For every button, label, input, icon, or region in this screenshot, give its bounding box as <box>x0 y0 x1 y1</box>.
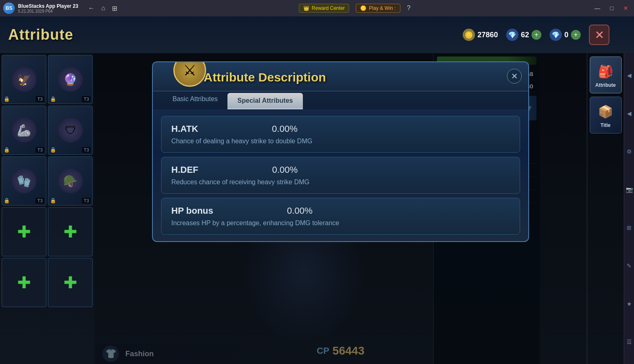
tier-badge-5: T3 <box>36 198 44 203</box>
attribute-sidebar-label: Attribute <box>595 82 616 88</box>
strip-icon-6[interactable]: ✎ <box>627 262 632 269</box>
tier-badge-6: T3 <box>82 198 91 203</box>
equip-slot-add-1[interactable]: ✚ <box>2 207 46 256</box>
strip-icon-3[interactable]: ⚙ <box>627 148 632 155</box>
add-equip-icon-3: ✚ <box>17 273 31 292</box>
bluestacks-logo: BS <box>3 2 15 14</box>
add-equip-icon-2: ✚ <box>64 222 77 241</box>
diamond-value: 62 <box>521 31 529 39</box>
attribute-description-modal: ⚔ Attribute Description ✕ Basic Attribut… <box>152 61 529 242</box>
tab-basic-attributes[interactable]: Basic Attributes <box>163 91 227 109</box>
attr-hatk-name: H.ATK <box>171 124 198 134</box>
currency-section: 🪙 27860 💎 62 + 💎 0 + ✕ <box>463 25 609 45</box>
coin-currency: 🪙 27860 <box>463 29 498 41</box>
strip-icon-4[interactable]: 📷 <box>626 186 633 193</box>
modal-close-button[interactable]: ✕ <box>507 69 522 84</box>
attr-hatk-value: 0.00% <box>272 124 298 134</box>
attribute-list: H.ATK 0.00% Chance of dealing a heavy st… <box>153 109 528 241</box>
minimize-button[interactable]: — <box>592 4 603 12</box>
attr-hdef-header: H.DEF 0.00% <box>171 165 510 175</box>
strip-icon-7[interactable]: ★ <box>627 301 632 307</box>
equip-slot-add-4[interactable]: ✚ <box>48 258 93 307</box>
item-icon-6: 🪖 <box>58 169 83 193</box>
equip-slot-add-2[interactable]: ✚ <box>48 207 93 256</box>
tier-badge-4: T3 <box>82 147 91 153</box>
strip-icon-2[interactable]: ◀ <box>627 110 632 117</box>
sidebar-item-attribute[interactable]: 🎒 Attribute <box>590 57 622 93</box>
extra-icon: 💎 <box>550 29 562 41</box>
tab-special-attributes[interactable]: Special Attributes <box>227 93 302 109</box>
attribute-sidebar-icon: 🎒 <box>596 62 615 81</box>
coin-value: 27860 <box>477 31 498 39</box>
equip-slot-3[interactable]: 🦾 🔒 T3 <box>2 106 46 155</box>
equipment-sidebar: 🦅 🔒 T3 🔮 🔒 T3 🦾 🔒 T3 🛡 🔒 T3 🧤 🔒 T3 <box>0 53 94 364</box>
help-icon[interactable]: ? <box>407 5 411 12</box>
item-icon-2: 🔮 <box>58 67 83 92</box>
attr-row-hdef: H.DEF 0.00% Reduces chance of receiving … <box>161 157 520 194</box>
add-extra-button[interactable]: + <box>571 30 581 40</box>
maximize-button[interactable]: □ <box>608 4 616 12</box>
attr-row-hatk: H.ATK 0.00% Chance of dealing a heavy st… <box>161 116 520 153</box>
lock-icon-3: 🔒 <box>4 147 10 153</box>
close-button[interactable]: ✕ <box>621 4 631 12</box>
item-icon-5: 🧤 <box>12 169 36 193</box>
extra-value: 0 <box>564 31 568 39</box>
title-sidebar-icon: 📦 <box>596 102 615 121</box>
tabs-icon[interactable]: ⊞ <box>112 5 117 12</box>
back-icon[interactable]: ← <box>88 5 95 12</box>
equip-slot-1[interactable]: 🦅 🔒 T3 <box>2 55 46 104</box>
reward-center-icon: 👑 <box>303 5 309 11</box>
attr-row-hpbonus: HP bonus 0.00% Increases HP by a percent… <box>161 198 520 235</box>
app-name: BlueStacks App Player 23 <box>18 3 78 9</box>
lock-icon-2: 🔒 <box>50 96 56 102</box>
equip-slot-5[interactable]: 🧤 🔒 T3 <box>2 156 46 206</box>
attr-hpbonus-value: 0.00% <box>287 206 312 216</box>
title-bar: BS BlueStacks App Player 23 5.21.201.102… <box>0 0 634 16</box>
attr-hatk-desc: Chance of dealing a heavy strike to doub… <box>171 138 510 145</box>
lock-icon-6: 🔒 <box>50 198 56 203</box>
modal-tabs: Basic Attributes Special Attributes <box>153 91 528 109</box>
app-version: 5.21.201.1029 P64 <box>18 9 78 14</box>
sidebar-item-title[interactable]: 📦 Title <box>590 97 622 133</box>
equip-slot-2[interactable]: 🔮 🔒 T3 <box>48 55 93 104</box>
modal-header: Attribute Description ✕ <box>153 62 528 91</box>
attr-hdef-desc: Reduces chance of receiving heavy strike… <box>171 179 510 186</box>
title-bar-left: BS BlueStacks App Player 23 5.21.201.102… <box>3 2 117 14</box>
modal-title: Attribute Description <box>163 70 518 84</box>
play-win-icon: 🟡 <box>360 5 366 11</box>
add-diamond-button[interactable]: + <box>532 30 541 40</box>
attr-hdef-name: H.DEF <box>171 165 198 175</box>
extra-currency: 💎 0 + <box>550 29 581 41</box>
right-sidebar: 🎒 Attribute 📦 Title <box>587 53 624 364</box>
strip-icon-8[interactable]: ☰ <box>627 339 632 345</box>
add-equip-icon-4: ✚ <box>64 273 77 292</box>
home-icon[interactable]: ⌂ <box>101 5 105 12</box>
equip-slot-4[interactable]: 🛡 🔒 T3 <box>48 106 93 155</box>
strip-icon-1[interactable]: ◀ <box>627 72 632 79</box>
add-equip-icon-1: ✚ <box>17 222 31 241</box>
app-info: BlueStacks App Player 23 5.21.201.1029 P… <box>18 3 78 14</box>
strip-icon-5[interactable]: ⊞ <box>627 224 632 231</box>
attr-hdef-value: 0.00% <box>272 165 298 175</box>
game-main: 🦅 🔒 T3 🔮 🔒 T3 🦾 🔒 T3 🛡 🔒 T3 🧤 🔒 T3 <box>0 53 634 364</box>
tier-badge-1: T3 <box>36 96 44 102</box>
tab-special-label: Special Attributes <box>237 97 293 104</box>
play-win-button[interactable]: 🟡 Play & Win : <box>356 4 400 13</box>
equip-slot-add-3[interactable]: ✚ <box>2 258 46 307</box>
item-icon-1: 🦅 <box>12 67 36 92</box>
attr-hpbonus-header: HP bonus 0.00% <box>171 206 510 216</box>
coin-icon: 🪙 <box>463 29 475 41</box>
title-sidebar-label: Title <box>600 122 610 128</box>
equip-slot-6[interactable]: 🪖 🔒 T3 <box>48 156 93 206</box>
reward-center-button[interactable]: 👑 Reward Center <box>299 4 350 13</box>
title-bar-nav: ← ⌂ ⊞ <box>88 5 117 12</box>
title-bar-center: 👑 Reward Center 🟡 Play & Win : ? <box>117 4 592 13</box>
item-icon-4: 🛡 <box>58 118 83 142</box>
title-bar-right: — □ ✕ <box>592 4 631 12</box>
attr-hatk-header: H.ATK 0.00% <box>171 124 510 134</box>
lock-icon-4: 🔒 <box>50 147 56 153</box>
item-icon-3: 🦾 <box>12 118 36 142</box>
diamond-icon: 💎 <box>506 29 518 41</box>
game-close-button[interactable]: ✕ <box>589 25 609 45</box>
page-title: Attribute <box>8 26 73 43</box>
